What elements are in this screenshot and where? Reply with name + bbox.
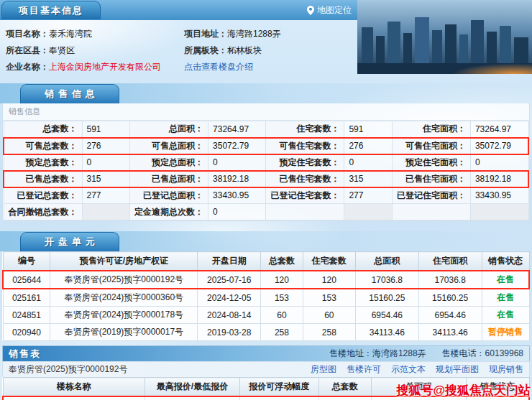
opening-unit-row: 020940奉贤房管(2019)预字0000017号2019-03-282582… <box>3 324 529 341</box>
map-locate-link[interactable]: 地图定位 <box>307 4 352 17</box>
field-value-link[interactable]: 上海金闵房地产开发有限公司 <box>49 62 161 72</box>
cell: 奉贤房管(2025)预字0000192号 <box>50 271 198 289</box>
field-label: 所属板块： <box>184 45 227 55</box>
sales-table-link[interactable]: 现房销售 <box>489 364 523 374</box>
cell: 60 <box>303 307 355 324</box>
cell: 奉贤房管(2019)预字0000017号 <box>50 324 198 341</box>
opening-units-title-tab: 开盘单元 <box>20 232 119 251</box>
sales-info-value: 38192.18 <box>208 171 266 187</box>
cell: 153 <box>303 289 355 307</box>
cell: 120 <box>303 271 355 289</box>
sales-info-value: 276 <box>82 138 130 154</box>
sales-table-header-bar: 销售表 售楼地址：海湾路1288弄售楼电话：60139968 <box>2 345 530 361</box>
opening-units-section: 开盘单元 编号预售许可证/房地产权证开盘日期总套数住宅套数总面积住宅面积销售状态… <box>0 231 532 341</box>
cell: 15160.25 <box>355 289 418 307</box>
sales-info-value: 277 <box>82 187 130 204</box>
sales-info-label: 可售总套数： <box>4 138 82 154</box>
column-header: 总套数 <box>261 252 303 271</box>
cell: 025161 <box>3 289 50 307</box>
office-phone-label: 售楼电话： <box>442 348 485 358</box>
field-label: 企业名称： <box>6 62 49 72</box>
sales-info-label: 已登记总面积： <box>130 187 208 204</box>
project-title-tab: 项目基本信息 <box>1 1 101 19</box>
sales-info-value: 0 <box>82 154 130 171</box>
cell: 258 <box>261 324 303 341</box>
sales-info-value: 591 <box>344 121 393 138</box>
sales-table-link[interactable]: 示范文本 <box>391 364 426 374</box>
sales-info-value: 276 <box>344 138 393 154</box>
column-header: 楼栋名称 <box>3 378 145 397</box>
sales-status: 在售 <box>482 289 529 307</box>
sales-info-label: 总面积： <box>130 121 208 138</box>
sales-info-label: 已登记总套数： <box>4 187 82 204</box>
field-label: 项目名称： <box>6 29 49 39</box>
sales-info-label: 已登记住宅套数： <box>266 187 344 204</box>
sales-info-label: 已售总套数： <box>4 171 82 187</box>
column-header: 编号 <box>3 252 50 271</box>
sales-info-value: 315 <box>82 171 130 187</box>
sales-info-value <box>344 204 393 220</box>
cell: 6954.46 <box>418 307 482 324</box>
cell: 025644 <box>3 271 50 289</box>
cell: 2024-08-14 <box>198 307 261 324</box>
sales-info-row: 总套数：591总面积：73264.97住宅套数：591住宅面积：73264.97 <box>4 121 528 138</box>
cell: 2024-12-05 <box>198 289 261 307</box>
sales-info-label: 已登记住宅面积： <box>392 187 470 204</box>
sales-info-label <box>266 204 344 220</box>
cell: 奉贤区海湾路1288弄202号 <box>3 396 145 400</box>
sales-info-value: 0 <box>208 154 266 171</box>
sales-info-label: 住宅面积： <box>392 121 470 138</box>
cell: 120 <box>261 271 303 289</box>
column-header: 开盘日期 <box>198 252 261 271</box>
field-label: 所在区县： <box>6 45 49 55</box>
cell: 17036.8 <box>355 271 418 289</box>
sales-info-value: 38192.18 <box>470 171 528 187</box>
cell: 15160.25 <box>418 289 482 307</box>
opening-unit-row: 025161奉贤房管(2024)预字0000360号2024-12-051531… <box>3 289 529 307</box>
sales-table-link[interactable]: 售楼许可 <box>347 364 381 374</box>
sales-info-row: 已登记总套数：277已登记总面积：33430.95已登记住宅套数：277已登记住… <box>4 187 528 204</box>
cell: 2025-07-16 <box>198 271 261 289</box>
field-value: 柘林板块 <box>227 45 262 55</box>
project-section-title: 项目基本信息 <box>19 4 83 17</box>
sales-info-label: 已售住宅面积： <box>392 171 470 187</box>
project-field: 点击查看楼盘介绍 <box>184 60 354 74</box>
cell: 6954.46 <box>355 307 418 324</box>
cell: 17036.8 <box>418 271 482 289</box>
opening-units-header-row: 编号预售许可证/房地产权证开盘日期总套数住宅套数总面积住宅面积销售状态 <box>3 252 529 271</box>
field-value: 泰禾海湾院 <box>49 29 92 39</box>
project-field: 项目名称：泰禾海湾院 <box>6 27 184 41</box>
sales-info-section-title: 销售信息 <box>45 88 99 101</box>
column-header: 最高报价/最低报价 <box>145 378 240 397</box>
sales-info-label: 预定住宅面积： <box>392 154 470 171</box>
sales-table-link[interactable]: 规划平面图 <box>436 364 479 374</box>
field-value: 海湾路1288弄 <box>227 29 281 39</box>
sales-info-label: 预定总套数： <box>4 154 82 171</box>
cell: 34113.46 <box>355 324 418 341</box>
sales-info-table: 总套数：591总面积：73264.97住宅套数：591住宅面积：73264.97… <box>3 121 529 220</box>
column-header: 销售状态 <box>482 252 529 271</box>
column-header: 总面积 <box>355 252 418 271</box>
sales-info-label: 预定总面积： <box>130 154 208 171</box>
project-field: 所在区县：奉贤区 <box>6 43 184 57</box>
sales-info-label: 可售总面积： <box>130 138 208 154</box>
column-header: 住宅套数 <box>303 252 355 271</box>
cell: 60 <box>261 307 303 324</box>
sales-table-permit-row: 奉贤房管(2025)预字0000192号 房型图售楼许可示范文本规划平面图现房销… <box>2 361 530 377</box>
field-value-link[interactable]: 点击查看楼盘介绍 <box>184 62 253 72</box>
cell: 153 <box>261 289 303 307</box>
sales-info-row: 可售总套数：276可售总面积：35072.79可售住宅套数：276可售住宅面积：… <box>4 138 528 154</box>
office-address-label: 售楼地址： <box>329 348 372 358</box>
sales-status: 暂停销售 <box>482 324 529 341</box>
sales-info-label: 已售总面积： <box>130 171 208 187</box>
sales-info-value: 73264.97 <box>470 121 528 138</box>
sales-info-label: 已售住宅套数： <box>266 171 344 187</box>
cell: 020940 <box>3 324 50 341</box>
sales-info-value: 0 <box>344 154 393 171</box>
column-header: 住宅面积 <box>418 252 482 271</box>
sales-office-info: 售楼地址：海湾路1288弄售楼电话：60139968 <box>329 348 523 360</box>
sales-info-subtitle: 销售信息 <box>3 103 529 121</box>
sales-info-label: 预定住宅套数： <box>266 154 344 171</box>
sales-table-link[interactable]: 房型图 <box>311 364 336 374</box>
office-phone: 60139968 <box>485 348 523 358</box>
